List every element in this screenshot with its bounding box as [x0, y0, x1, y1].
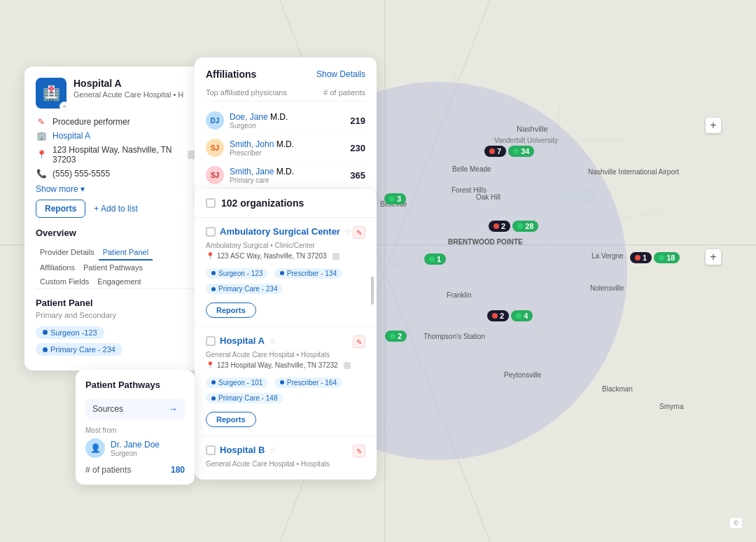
tab-engagement[interactable]: Engagement [93, 275, 145, 289]
affil-count-3: 365 [350, 170, 365, 181]
surgeon-tag[interactable]: Surgeon -123 [36, 326, 104, 339]
zoom-out-button[interactable]: + [706, 249, 721, 265]
thompsons-label: Thompson's Station [424, 333, 485, 340]
add-to-list-button[interactable]: + Add to list [94, 204, 137, 214]
affil-table-header: Top affiliated physicians # of patients [206, 88, 365, 102]
affil-name-1: Doe, Jane M.D. [230, 112, 288, 122]
org-type-1: Ambulatory Surgical • Clinic/Center [206, 242, 365, 249]
affiliations-card: Affiliations Show Details Top affiliated… [195, 57, 377, 200]
org-item-3: Hospital B ☆ ✎ General Acute Care Hospit… [195, 436, 377, 480]
map-cluster-6[interactable]: 2 4 [487, 310, 533, 321]
org-item-1-header: Ambulatory Surgical Center ☆ ✎ [206, 226, 365, 239]
cluster-badge-red-3[interactable]: 2 [489, 221, 510, 232]
patients-count: 180 [171, 465, 185, 475]
org-checkbox-2[interactable] [206, 336, 216, 346]
map-cluster-3[interactable]: 2 28 [489, 221, 538, 232]
cluster-badge-green-1[interactable]: 34 [508, 146, 534, 157]
role-text: Procedure performer [52, 117, 130, 127]
location-icon-1: 📍 [206, 252, 214, 260]
map-cluster-4[interactable]: 1 [424, 253, 446, 265]
cluster-badge-red-1[interactable]: 7 [484, 146, 506, 157]
org-type-icon-2: ✎ [353, 335, 365, 348]
org-type-3: General Acute Care Hospital • Hospitals [206, 460, 365, 468]
org-tag-primary-2[interactable]: Primary Care - 148 [206, 393, 283, 403]
org-tag-primary-1[interactable]: Primary Care - 234 [206, 284, 283, 294]
patient-pathways-card: Patient Pathways Sources → Most from 👤 D… [76, 370, 195, 485]
tab-affiliations[interactable]: Affiliations [36, 260, 79, 275]
org-reports-button-2[interactable]: Reports [206, 412, 256, 427]
org-tag-surgeon-1[interactable]: Surgeon - 123 [206, 268, 268, 279]
reports-button[interactable]: Reports [36, 200, 85, 218]
scrollbar[interactable] [371, 277, 374, 305]
tab-patient-panel[interactable]: Patient Panel [99, 245, 153, 260]
phone-icon: 📞 [36, 169, 47, 179]
tab-provider-details[interactable]: Provider Details [36, 245, 99, 260]
affiliations-header: Affiliations Show Details [206, 69, 365, 80]
org-address-2: 📍 123 Hospital Way, Nashville, TN 37232 [206, 361, 365, 369]
affil-count-1: 219 [350, 116, 365, 126]
org-tag-prescriber-2[interactable]: Prescriber - 164 [274, 377, 342, 388]
affil-row-1: DJ Doe, Jane M.D. Surgeon 219 [206, 107, 365, 134]
affil-name-3: Smith, Jane M.D. [230, 167, 294, 176]
org-type-icon-3: ✎ [353, 445, 365, 457]
org-name-1[interactable]: Ambulatory Surgical Center [220, 226, 340, 237]
org-name-3[interactable]: Hospital B [220, 445, 265, 455]
tab-patient-pathways[interactable]: Patient Pathways [79, 260, 147, 275]
org-star-2[interactable]: ☆ [269, 336, 276, 346]
overview-nav: Provider Details Patient Panel Affiliati… [36, 245, 195, 289]
affil-count-2: 230 [350, 143, 365, 153]
select-all-checkbox[interactable] [206, 198, 216, 208]
copy-icon-2[interactable] [344, 362, 351, 369]
nashville-intl-label: Nashville International Airport [588, 168, 679, 176]
doctor-role: Surgeon [111, 450, 160, 457]
provider-card: 🏥 ★ Hospital A General Acute Care Hospit… [24, 67, 206, 370]
org-star-3[interactable]: ☆ [269, 445, 276, 455]
cluster-badge-green-3[interactable]: 28 [512, 221, 538, 232]
sources-row[interactable]: Sources → [85, 398, 185, 419]
org-tag-prescriber-1[interactable]: Prescriber - 134 [274, 268, 342, 279]
address-text: 123 Hospital Way, Nashville, TN 37203 [52, 145, 179, 165]
cluster-badge-green-6[interactable]: 4 [511, 310, 533, 321]
cluster-badge-green-7[interactable]: 2 [385, 331, 407, 342]
primary-care-tag[interactable]: Primary Care - 234 [36, 343, 122, 356]
org-checkbox-1[interactable] [206, 227, 216, 237]
affil-role-2: Prescriber [230, 149, 294, 157]
brentwood-label: BRENTWOOD POINTE [448, 238, 523, 246]
org-tag-surgeon-2[interactable]: Surgeon - 101 [206, 377, 268, 388]
map-cluster-7[interactable]: 2 [385, 331, 407, 342]
patients-label: # of patients [85, 465, 131, 475]
map-cluster-2[interactable]: 3 [384, 193, 406, 204]
cluster-badge-red-6[interactable]: 2 [487, 310, 509, 321]
map-cluster-5[interactable]: 1 18 [630, 252, 680, 263]
cluster-badge-green-5[interactable]: 18 [654, 252, 680, 263]
col-physicians: Top affiliated physicians [206, 88, 287, 97]
map-cluster-1[interactable]: 7 34 [484, 146, 534, 157]
hospital-link[interactable]: Hospital A [52, 131, 90, 141]
org-name-2[interactable]: Hospital A [220, 335, 265, 346]
tag-dot-2 [43, 347, 48, 352]
cluster-badge-red-5[interactable]: 1 [630, 252, 652, 263]
org-reports-button-1[interactable]: Reports [206, 303, 256, 318]
affil-avatar-3: SJ [206, 166, 224, 184]
show-more-button[interactable]: Show more ▾ [36, 184, 195, 194]
favorite-star[interactable]: ★ [59, 102, 69, 111]
affil-person-3: SJ Smith, Jane M.D. Primary care [206, 166, 294, 184]
org-checkbox-3[interactable] [206, 445, 216, 455]
col-patients: # of patients [323, 88, 365, 97]
role-icon: ✎ [36, 117, 47, 127]
copy-icon-1[interactable] [332, 253, 340, 260]
org-address-1: 📍 123 ASC Way, Nashville, TN 37203 [206, 252, 365, 260]
affil-role-1: Surgeon [230, 122, 288, 130]
org-star-1[interactable]: ☆ [344, 227, 352, 237]
location-icon-2: 📍 [206, 361, 214, 369]
doctor-name[interactable]: Dr. Jane Doe [111, 440, 160, 450]
orgs-count: 102 organizations [221, 197, 304, 209]
cluster-badge-green-2[interactable]: 3 [384, 193, 406, 204]
tab-custom-fields[interactable]: Custom Fields [36, 275, 93, 289]
org-item-2: Hospital A ☆ ✎ General Acute Care Hospit… [195, 327, 377, 436]
cluster-badge-green-4[interactable]: 1 [424, 253, 446, 265]
show-details-link[interactable]: Show Details [316, 69, 365, 79]
primary-secondary-label: Primary and Secondary [36, 311, 195, 319]
zoom-in-button[interactable]: + [706, 118, 721, 133]
hospital-icon: 🏥 [43, 85, 60, 102]
